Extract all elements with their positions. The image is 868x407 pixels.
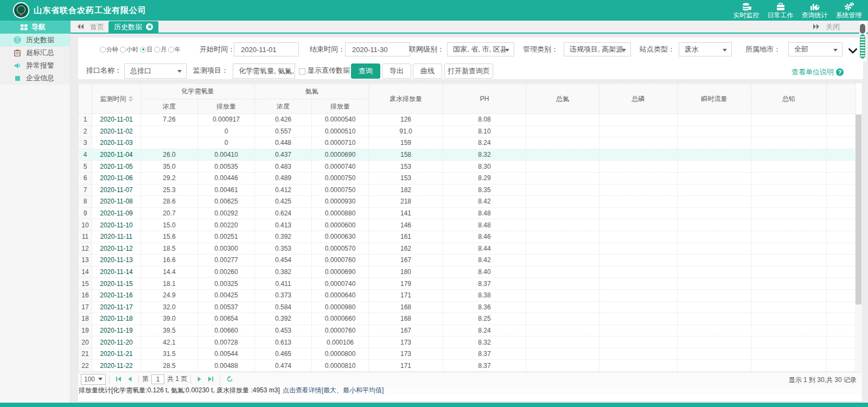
table-row[interactable]: 22020-11-0200.5570.000051091.08.10: [79, 125, 856, 137]
menu-realtime-monitor[interactable]: 实时监控: [729, 0, 763, 21]
col-waste-header[interactable]: 废水排放量: [369, 84, 443, 114]
value-cell: 8.25: [443, 313, 526, 325]
direct-data-checkbox[interactable]: [299, 68, 305, 75]
value-cell: [827, 207, 856, 219]
table-row[interactable]: 182020-11-1839.00.006540.3920.0000660168…: [79, 313, 856, 325]
radio-icon[interactable]: [120, 47, 126, 53]
first-page-icon[interactable]: [116, 376, 122, 382]
period-radio-分钟[interactable]: 分钟: [100, 42, 118, 56]
col-ph-header[interactable]: PH: [443, 84, 526, 114]
radio-icon[interactable]: [154, 47, 160, 53]
col-cod-header[interactable]: 化学需氧量: [141, 84, 255, 99]
refresh-icon[interactable]: [226, 376, 233, 383]
row-number-cell: 21: [79, 348, 92, 360]
value-cell: 18.5: [141, 243, 198, 255]
table-row[interactable]: 62020-11-0629.20.004460.4890.00007501538…: [79, 172, 856, 184]
page-size-select[interactable]: 100: [81, 374, 106, 385]
col-cod-emis-header[interactable]: 排放量: [198, 99, 255, 114]
prev-page-icon[interactable]: [127, 376, 132, 382]
col-nh3-header[interactable]: 氨氮: [255, 84, 369, 99]
table-row[interactable]: 142020-11-1414.40.002600.3820.0000690180…: [79, 266, 856, 278]
radio-icon[interactable]: [168, 47, 174, 53]
table-row[interactable]: 102020-11-1015.00.002200.4130.0000600146…: [79, 219, 856, 231]
col-tp-header[interactable]: 总磷: [599, 84, 678, 114]
tab-close-icon[interactable]: [146, 23, 153, 30]
table-row[interactable]: 42020-11-0426.00.004100.4370.00006901588…: [79, 149, 856, 161]
tabs-scroll-left-icon[interactable]: [77, 23, 85, 31]
city-select[interactable]: 全部: [788, 42, 843, 56]
value-cell: [599, 266, 678, 278]
sidebar-item-3[interactable]: 异常报警: [0, 59, 70, 72]
next-page-icon[interactable]: [197, 376, 202, 382]
start-time-input[interactable]: 2020-11-01: [234, 42, 299, 56]
menu-query-stats[interactable]: 查询统计: [797, 0, 832, 21]
curve-button[interactable]: 曲线: [413, 63, 442, 79]
col-pb-header[interactable]: 总铅: [751, 84, 827, 114]
detail-link[interactable]: 点击查看详情[最大、最小和平均值]: [283, 386, 384, 395]
outlet-name-select[interactable]: 总排口: [124, 63, 187, 79]
table-row[interactable]: 72020-11-0725.30.004610.4120.00007501828…: [79, 184, 856, 196]
export-button[interactable]: 导出: [382, 63, 411, 79]
table-row[interactable]: 162020-11-1624.90.004250.3730.0000640171…: [79, 289, 856, 301]
new-query-page-button[interactable]: 打开新查询页: [444, 63, 493, 79]
radio-icon[interactable]: [100, 47, 106, 53]
value-cell: [526, 325, 599, 336]
table-row[interactable]: 122020-11-1218.50.003000.3530.0000570162…: [79, 243, 856, 255]
page-scrollbar-thumb[interactable]: [860, 24, 865, 34]
radio-icon[interactable]: [140, 47, 146, 53]
table-row[interactable]: 132020-11-1316.60.002770.4540.0000760167…: [79, 255, 856, 266]
unit-help-link[interactable]: 查看单位说明 ?: [792, 67, 844, 77]
page-number-input[interactable]: 1: [151, 374, 164, 384]
date-cell: 2020-11-08: [92, 196, 141, 208]
table-row[interactable]: 222020-11-2228.50.004880.4740.0000810171…: [79, 360, 856, 372]
tab-history-data[interactable]: 历史数据: [108, 21, 158, 33]
value-cell: [526, 161, 599, 173]
period-radio-年[interactable]: 年: [168, 42, 181, 56]
period-radio-月[interactable]: 月: [154, 42, 167, 56]
col-time-header[interactable]: 监测时间: [92, 84, 141, 114]
sidebar-item-1[interactable]: 历史数据: [0, 34, 70, 47]
grid-scrollbar[interactable]: [855, 114, 862, 372]
table-row[interactable]: 192020-11-1939.50.006600.4530.0000760167…: [79, 325, 856, 336]
col-cod-conc-header[interactable]: 浓度: [141, 99, 198, 114]
last-page-icon[interactable]: [207, 376, 214, 382]
col-tn-header[interactable]: 总氮: [526, 84, 599, 114]
table-row[interactable]: 172020-11-1732.00.005370.5840.0000980168…: [79, 301, 856, 313]
value-cell: [827, 172, 856, 184]
tabs-scroll-right-icon[interactable]: [813, 23, 820, 31]
end-time-input[interactable]: 2020-11-30: [345, 42, 410, 56]
table-row[interactable]: 12020-11-017.260.0009170.4260.0000540126…: [79, 114, 856, 126]
table-row[interactable]: 92020-11-0920.70.002920.6240.00008801418…: [79, 207, 856, 219]
col-nh3-conc-header[interactable]: 浓度: [255, 99, 312, 114]
query-button[interactable]: 查询: [351, 63, 380, 79]
table-row[interactable]: 212020-11-2131.50.005440.4650.0000800173…: [79, 348, 856, 360]
col-nh3-emis-header[interactable]: 排放量: [312, 99, 369, 114]
value-cell: 0.426: [255, 114, 312, 126]
value-cell: 8.42: [443, 255, 526, 266]
table-row[interactable]: 112020-11-1115.60.002510.3920.0000630161…: [79, 231, 856, 243]
network-level-select[interactable]: 国家, 省, 市, 区县: [447, 42, 514, 56]
sidebar-item-2[interactable]: 超标汇总: [0, 47, 70, 60]
menu-system-admin[interactable]: 系统管理: [832, 0, 866, 21]
close-tabs-label[interactable]: 关闭: [826, 22, 840, 32]
table-row[interactable]: 202020-11-2042.10.007280.6130.0001061738…: [79, 336, 856, 348]
page-scrollbar[interactable]: [859, 21, 866, 61]
value-cell: 91.0: [369, 125, 443, 137]
period-radio-日[interactable]: 日: [140, 42, 152, 56]
value-cell: [751, 301, 827, 313]
sidebar-nav-header[interactable]: 导航: [0, 21, 71, 34]
grid-scrollbar-thumb[interactable]: [856, 115, 861, 304]
table-row[interactable]: 152020-11-1518.10.003250.4110.0000740179…: [79, 278, 856, 290]
sidebar-item-4[interactable]: 企业信息: [0, 72, 70, 85]
monitor-item-select[interactable]: 化学需氧量, 氨氮,: [233, 63, 295, 79]
table-row[interactable]: 82020-11-0828.60.006250.4250.00009302188…: [79, 196, 856, 208]
menu-daily-work[interactable]: 日常工作: [763, 0, 797, 21]
period-radio-小时[interactable]: 小时: [120, 42, 138, 56]
table-row[interactable]: 32020-11-0300.4480.00007101598.24: [79, 137, 856, 149]
manage-type-select[interactable]: 违规项目, 高架源,: [564, 42, 631, 56]
table-row[interactable]: 52020-11-0535.00.005350.4830.00007401538…: [79, 161, 856, 173]
site-type-select[interactable]: 废水: [679, 42, 732, 56]
col-flow-header[interactable]: 瞬时流量: [678, 84, 751, 114]
panel-collapse-icon[interactable]: [848, 47, 857, 55]
tab-home[interactable]: 首页: [90, 22, 104, 32]
